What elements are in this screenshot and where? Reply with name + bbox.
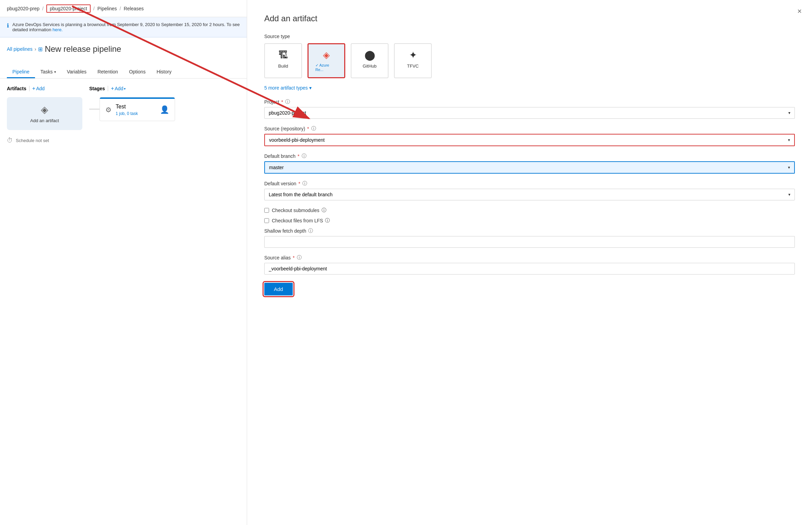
github-icon: ⬤	[364, 49, 375, 61]
artifact-card[interactable]: ◈ Add an artifact	[7, 97, 82, 130]
build-icon: 🏗	[278, 49, 288, 61]
stage-config-icon: ⚙	[105, 106, 112, 114]
checkout-lfs-group: Checkout files from LFS ⓘ	[264, 218, 795, 224]
stage-name: Test	[116, 104, 138, 110]
tab-options[interactable]: Options	[124, 66, 151, 78]
default-branch-label: Default branch * ⓘ	[264, 153, 795, 159]
stage-connector	[89, 109, 100, 109]
clock-icon: ⏱	[7, 137, 13, 144]
source-type-azure-repos[interactable]: ◈ ✓ Azure Re...	[308, 43, 345, 78]
project-field-label: Project * ⓘ	[264, 99, 795, 105]
default-version-info-icon[interactable]: ⓘ	[302, 180, 307, 187]
default-branch-field-group: Default branch * ⓘ master ▾	[264, 153, 795, 174]
stages-plus-icon: +	[111, 85, 114, 92]
page-title: New release pipeline	[45, 44, 121, 54]
page-title-area: All pipelines › ⊞ New release pipeline	[0, 37, 247, 57]
default-version-select-wrapper: Latest from the default branch ▾	[264, 189, 795, 200]
sep1: /	[42, 6, 44, 11]
default-version-select[interactable]: Latest from the default branch ▾	[264, 189, 795, 200]
source-repo-dropdown-arrow: ▾	[788, 138, 790, 142]
breadcrumb-releases[interactable]: Releases	[124, 6, 143, 11]
shallow-fetch-field-group: Shallow fetch depth ⓘ	[264, 228, 795, 248]
breadcrumb-arrow: ›	[35, 46, 36, 52]
checkout-submodules-group: Checkout submodules ⓘ	[264, 207, 795, 213]
default-version-field-group: Default version * ⓘ Latest from the defa…	[264, 180, 795, 200]
stages-add-caret: ▾	[124, 87, 126, 91]
tab-bar: Pipeline Tasks ▾ Variables Retention Opt…	[0, 61, 247, 79]
artifacts-label: Artifacts	[7, 86, 26, 91]
default-branch-dropdown-arrow: ▾	[788, 165, 790, 170]
right-panel: × Add an artifact Source type 🏗 Build ◈ …	[247, 0, 812, 525]
source-type-github[interactable]: ⬤ GitHub	[351, 43, 388, 78]
panel-title: Add an artifact	[264, 14, 795, 23]
source-type-build[interactable]: 🏗 Build	[264, 43, 302, 78]
source-alias-input[interactable]	[264, 263, 795, 275]
default-version-required: *	[298, 181, 300, 186]
default-branch-info-icon[interactable]: ⓘ	[302, 153, 306, 159]
stage-card-test[interactable]: ⚙ Test 1 job, 0 task 👤	[100, 97, 175, 121]
project-info-icon[interactable]: ⓘ	[285, 99, 290, 105]
banner-text: Azure DevOps Services is planning a brow…	[12, 22, 240, 32]
stages-section: Stages + Add ▾ ⚙	[89, 85, 240, 518]
project-field-group: Project * ⓘ pbug2020-project ▾	[264, 99, 795, 119]
checkout-submodules-checkbox[interactable]	[264, 208, 269, 213]
stage-card-body: ⚙ Test 1 job, 0 task 👤	[100, 99, 175, 121]
source-alias-required: *	[293, 255, 294, 260]
pipeline-content: Artifacts + Add ◈ Add an artifact ⏱ Sche…	[0, 79, 247, 525]
checkout-lfs-info-icon[interactable]: ⓘ	[325, 218, 330, 224]
project-dropdown-arrow: ▾	[788, 110, 790, 115]
checkout-lfs-label: Checkout files from LFS ⓘ	[272, 218, 330, 224]
checkout-lfs-checkbox[interactable]	[264, 218, 269, 223]
project-select-wrapper: pbug2020-project ▾	[264, 107, 795, 119]
tab-history[interactable]: History	[151, 66, 177, 78]
banner-link[interactable]: here.	[53, 27, 63, 32]
tfvc-icon: ✦	[409, 49, 417, 61]
source-repo-info-icon[interactable]: ⓘ	[311, 126, 316, 132]
breadcrumb-project[interactable]: pbug2020-project	[46, 4, 91, 13]
source-type-tfvc[interactable]: ✦ TFVC	[394, 43, 432, 78]
tab-pipeline[interactable]: Pipeline	[7, 66, 35, 78]
close-panel-button[interactable]: ×	[797, 7, 802, 16]
shallow-fetch-input[interactable]	[264, 236, 795, 248]
source-type-label: Source type	[264, 34, 795, 39]
source-repo-select[interactable]: voorbeeld-pbi-deployment ▾	[264, 134, 795, 146]
header-divider	[29, 86, 30, 91]
stage-user-icon[interactable]: 👤	[160, 105, 169, 114]
more-types-caret: ▾	[309, 85, 312, 91]
source-alias-info-icon[interactable]: ⓘ	[297, 255, 302, 261]
checkout-submodules-info-icon[interactable]: ⓘ	[322, 207, 326, 213]
artifacts-section: Artifacts + Add ◈ Add an artifact ⏱ Sche…	[7, 85, 82, 518]
source-repo-field-group: Source (repository) * ⓘ voorbeeld-pbi-de…	[264, 126, 795, 146]
stage-meta: 1 job, 0 task	[116, 111, 138, 116]
all-pipelines-link[interactable]: All pipelines	[7, 46, 33, 52]
shallow-fetch-label: Shallow fetch depth ⓘ	[264, 228, 795, 234]
stages-add-button[interactable]: + Add ▾	[111, 85, 126, 92]
azure-repos-check: ✓ Azure Re...	[315, 63, 337, 72]
sep3: /	[120, 6, 121, 11]
tab-retention[interactable]: Retention	[92, 66, 124, 78]
source-repo-required: *	[307, 126, 309, 131]
breadcrumb-nav: All pipelines › ⊞ New release pipeline	[7, 44, 240, 54]
azure-repos-icon: ◈	[323, 50, 330, 60]
add-artifact-button[interactable]: Add	[264, 283, 293, 295]
source-repo-select-wrapper: voorbeeld-pbi-deployment ▾	[264, 134, 795, 146]
default-version-dropdown-arrow: ▾	[788, 192, 790, 197]
tab-tasks[interactable]: Tasks ▾	[35, 66, 61, 78]
default-branch-select[interactable]: master ▾	[264, 161, 795, 174]
shallow-fetch-info-icon[interactable]: ⓘ	[308, 228, 313, 234]
tasks-caret: ▾	[54, 70, 56, 74]
default-branch-required: *	[298, 153, 299, 159]
more-types-link[interactable]: 5 more artifact types ▾	[264, 85, 795, 91]
default-branch-select-wrapper: master ▾	[264, 161, 795, 174]
schedule-item[interactable]: ⏱ Schedule not set	[7, 137, 82, 144]
project-required: *	[281, 99, 283, 105]
breadcrumb-pipelines[interactable]: Pipelines	[97, 6, 117, 11]
tab-variables[interactable]: Variables	[61, 66, 92, 78]
stage-info: Test 1 job, 0 task	[116, 104, 138, 116]
source-repo-label: Source (repository) * ⓘ	[264, 126, 795, 132]
artifacts-add-button[interactable]: + Add	[32, 85, 45, 92]
pipeline-icon: ⊞	[38, 46, 43, 52]
breadcrumb-prep[interactable]: pbug2020-prep	[7, 6, 39, 11]
project-select[interactable]: pbug2020-project ▾	[264, 107, 795, 119]
source-type-group: Source type 🏗 Build ◈ ✓ Azure Re... ⬤ Gi…	[264, 34, 795, 91]
